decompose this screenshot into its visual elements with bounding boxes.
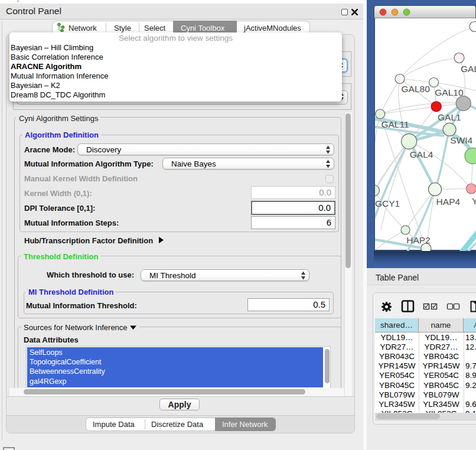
svg-text:SWI4: SWI4 [450, 135, 472, 145]
svg-text:GAL1: GAL1 [438, 112, 461, 122]
svg-text:GAL: GAL [461, 64, 476, 74]
svg-text:Y: Y [472, 196, 476, 206]
svg-text:GCY1: GCY1 [375, 198, 400, 208]
svg-text:GAL11: GAL11 [381, 119, 409, 129]
svg-text:GAL80: GAL80 [402, 84, 431, 94]
svg-text:HAP2: HAP2 [406, 235, 431, 245]
svg-text:GAL4: GAL4 [410, 149, 433, 159]
svg-text:GAL10: GAL10 [435, 87, 464, 97]
svg-text:HAP4: HAP4 [436, 197, 461, 207]
